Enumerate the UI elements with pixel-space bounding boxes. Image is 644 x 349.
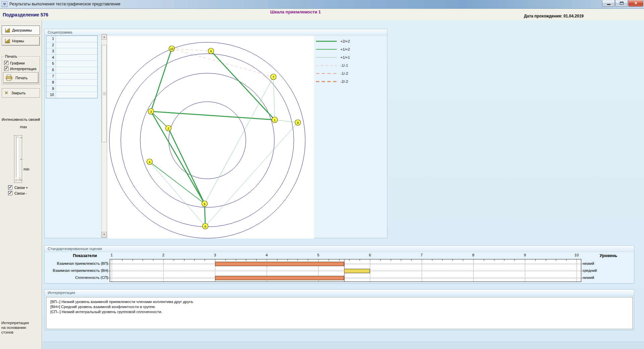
edge-5-6 bbox=[205, 204, 205, 226]
print-button[interactable]: Печать bbox=[3, 72, 39, 83]
scores-axis-label: 2 bbox=[158, 253, 168, 257]
tab-norms[interactable]: Нормы bbox=[2, 36, 40, 46]
threshold-line bbox=[344, 259, 344, 282]
node-4[interactable]: 4 bbox=[147, 159, 153, 165]
window-title: Результаты выполнения теста:графическое … bbox=[9, 2, 120, 6]
member-list: 12345678910 bbox=[46, 36, 98, 98]
node-2[interactable]: 2 bbox=[166, 126, 171, 131]
close-button-label: Закрыть bbox=[11, 91, 25, 95]
minor-tick bbox=[236, 259, 236, 261]
minor-tick bbox=[349, 259, 350, 261]
close-button[interactable]: × Закрыть bbox=[2, 88, 40, 98]
scores-axis-label: 9 bbox=[520, 253, 530, 257]
scrollbar-thumb[interactable] bbox=[102, 45, 107, 142]
minor-tick bbox=[391, 259, 391, 261]
scrollbar[interactable]: ▲ ▼ bbox=[101, 34, 107, 238]
legend-line-icon bbox=[316, 40, 337, 43]
scroll-down-button[interactable]: ▼ bbox=[102, 232, 107, 237]
list-item[interactable]: 4 bbox=[46, 55, 97, 61]
list-item-number: 5 bbox=[46, 61, 56, 67]
list-item[interactable]: 9 bbox=[46, 86, 97, 92]
scroll-up-button[interactable]: ▲ bbox=[102, 34, 107, 40]
minor-tick bbox=[143, 259, 143, 261]
legend-item: +1/+2 bbox=[316, 45, 386, 53]
legend-item-label: -1/-2 bbox=[340, 71, 348, 76]
list-item[interactable]: 7 bbox=[46, 73, 97, 80]
note-line: Интерпретация bbox=[1, 320, 29, 325]
unit-title: Подразделение 576 bbox=[3, 12, 48, 17]
node-9[interactable]: 9 bbox=[295, 120, 301, 126]
node-8[interactable]: 8 bbox=[208, 48, 214, 54]
legend-item-label: +2/+2 bbox=[340, 39, 350, 43]
list-item[interactable]: 2 bbox=[46, 42, 97, 49]
gridline bbox=[422, 259, 422, 282]
maximize-icon bbox=[620, 2, 624, 5]
tab-diagrams[interactable]: Диаграммы bbox=[2, 26, 40, 35]
minor-tick bbox=[308, 259, 308, 261]
scores-axis-label: 3 bbox=[210, 253, 220, 257]
date-label: Дата прохождения: bbox=[524, 14, 562, 18]
sociogram-legend: +2/+2+1/+2+1/+1-1/-1-1/-2-2/-2 bbox=[316, 37, 386, 86]
slider-track[interactable] bbox=[16, 137, 19, 181]
svg-text:6: 6 bbox=[204, 225, 206, 228]
node-1[interactable]: 1 bbox=[272, 117, 278, 123]
checkbox-icon[interactable]: ✓ bbox=[8, 191, 12, 195]
list-item[interactable]: 6 bbox=[46, 67, 97, 73]
list-item[interactable]: 10 bbox=[46, 92, 97, 98]
minor-tick bbox=[132, 259, 133, 261]
list-item[interactable]: 8 bbox=[46, 80, 97, 86]
checkbox-interpretation[interactable]: ✓ Интерпретация bbox=[4, 66, 36, 71]
scores-panel-caption: Стандартизированные оценки bbox=[45, 246, 634, 252]
close-window-button[interactable]: × bbox=[628, 0, 643, 7]
minor-tick bbox=[494, 259, 494, 261]
scores-indicators-header: Показатели bbox=[58, 253, 112, 258]
node-3[interactable]: 3 bbox=[148, 109, 154, 114]
checkbox-links-positive[interactable]: ✓ Связи + bbox=[8, 185, 28, 190]
print-button-label: Печать bbox=[15, 76, 28, 80]
minimize-button[interactable] bbox=[602, 0, 615, 7]
intensity-slider[interactable] bbox=[14, 135, 22, 183]
check-mark-icon: ✓ bbox=[5, 60, 8, 65]
list-item-number: 9 bbox=[46, 86, 56, 92]
minor-tick bbox=[566, 259, 567, 261]
legend-line-icon bbox=[316, 80, 337, 83]
checkbox-icon[interactable]: ✓ bbox=[8, 185, 12, 190]
minor-tick bbox=[153, 259, 153, 261]
list-item[interactable]: 5 bbox=[46, 61, 97, 67]
sociogram-panel-caption: Социограмма bbox=[45, 29, 387, 36]
minor-tick bbox=[122, 259, 122, 261]
checkbox-graphs[interactable]: ✓ Графики bbox=[4, 61, 25, 65]
links-positive-label: Связи + bbox=[14, 186, 28, 190]
close-icon: × bbox=[629, 0, 643, 6]
note-line: на основании: bbox=[1, 325, 29, 330]
list-item-number: 1 bbox=[46, 36, 56, 42]
note-line: стэнов bbox=[1, 330, 29, 335]
svg-text:5: 5 bbox=[204, 202, 205, 206]
list-item-name-cell bbox=[56, 61, 97, 67]
content-area: Социограмма 12345678910 ▲ ▼ 12345678910 … bbox=[42, 20, 644, 349]
checkbox-interpretation-label: Интерпретация bbox=[10, 67, 36, 71]
gridline bbox=[525, 259, 525, 282]
maximize-button[interactable] bbox=[615, 0, 628, 7]
checkbox-icon[interactable]: ✓ bbox=[4, 66, 8, 71]
header-strip: Подразделение 576 Шкала приемлемости 1 Д… bbox=[0, 9, 644, 20]
minor-tick bbox=[515, 259, 515, 261]
list-item[interactable]: 1 bbox=[46, 36, 97, 42]
legend-item-label: -2/-2 bbox=[340, 80, 348, 84]
node-5[interactable]: 5 bbox=[202, 201, 208, 207]
leader-dash-left bbox=[107, 264, 110, 264]
node-7[interactable]: 7 bbox=[271, 74, 276, 80]
score-bar bbox=[344, 269, 370, 273]
minor-tick bbox=[184, 259, 184, 261]
slider-thumb[interactable] bbox=[15, 177, 20, 180]
checkbox-icon[interactable]: ✓ bbox=[4, 61, 8, 65]
list-item[interactable]: 3 bbox=[46, 48, 97, 55]
list-item-name-cell bbox=[56, 55, 97, 61]
legend-item: -1/-1 bbox=[316, 61, 386, 69]
node-10[interactable]: 10 bbox=[169, 46, 175, 52]
minor-tick bbox=[452, 259, 453, 261]
checkbox-links-negative[interactable]: ✓ Связи - bbox=[8, 191, 27, 195]
svg-text:10: 10 bbox=[170, 47, 173, 51]
level-label: низкий bbox=[583, 276, 594, 280]
node-6[interactable]: 6 bbox=[203, 223, 208, 229]
